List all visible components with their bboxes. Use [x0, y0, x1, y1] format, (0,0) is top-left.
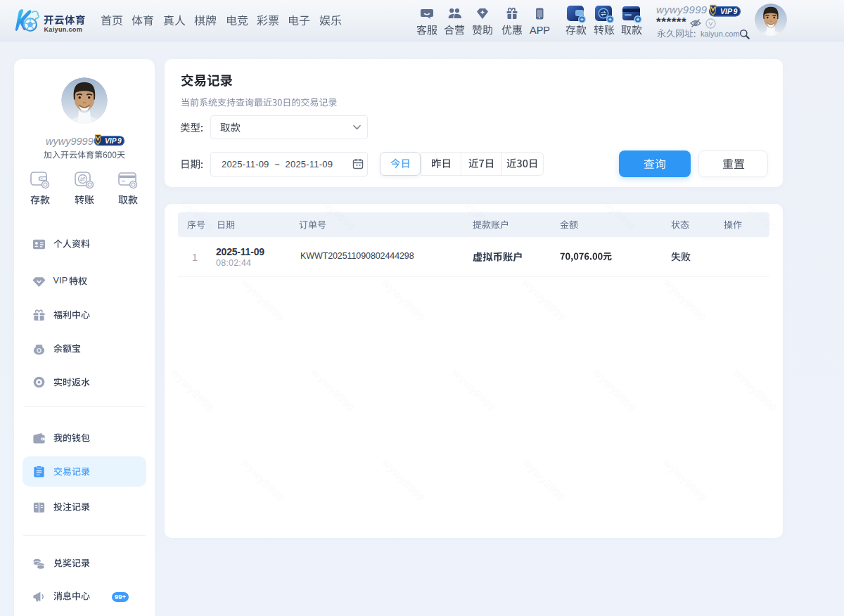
- svg-text:VIP: VIP: [720, 7, 733, 15]
- svg-text:9: 9: [734, 7, 738, 15]
- svg-text:VIP: VIP: [105, 137, 117, 145]
- svg-text:9: 9: [117, 137, 122, 145]
